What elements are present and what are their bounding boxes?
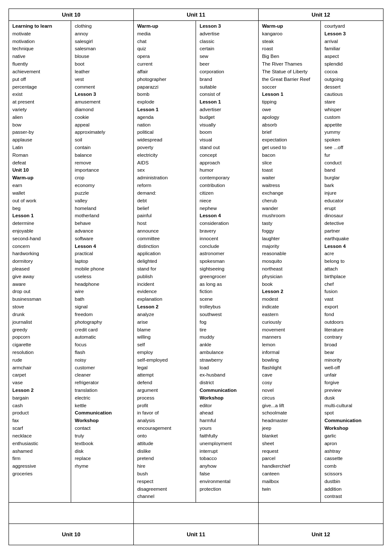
list-item: educator [324, 197, 380, 205]
page: Unit 10 Unit 11 Unit 12 Learning to lear… [9, 9, 383, 545]
list-item: boom [199, 129, 254, 136]
list-item: comment [75, 83, 130, 91]
unit12-footer: Unit 12 [258, 524, 383, 545]
list-item: Workshop [75, 417, 130, 425]
list-item: partner [324, 227, 380, 235]
list-item: necklace [12, 432, 67, 440]
list-item: Lesson 1 [262, 91, 317, 98]
list-item: aware [12, 281, 67, 288]
list-item: alien [12, 114, 67, 121]
list-item: importance [75, 167, 130, 174]
col5: Warm-upkangaroosteakroastBig BenThe Rive… [258, 21, 320, 503]
list-item: truly [75, 432, 130, 440]
list-item: delighted [137, 258, 192, 265]
list-item: diamond [75, 106, 130, 114]
list-item: technique [12, 45, 67, 53]
list-item: beer [199, 60, 254, 68]
list-item: Lesson 3 [199, 23, 254, 30]
list-item: firm [12, 455, 67, 463]
list-item: Learning to learn [12, 23, 67, 30]
list-item: tasty [262, 220, 317, 227]
list-item: lemon [262, 341, 317, 349]
list-item: resolution [12, 349, 67, 357]
list-item: detective [324, 220, 380, 227]
list-item: earn [12, 182, 67, 190]
list-item: behave [75, 220, 130, 227]
list-item: announce [137, 227, 192, 235]
list-item: headmaster [262, 417, 317, 425]
list-item: poverty [137, 144, 192, 152]
list-item: bow [12, 121, 67, 129]
list-item: fur [324, 152, 380, 159]
list-item: approach [199, 159, 254, 167]
list-item: forgive [324, 379, 380, 387]
list-item: conclude [199, 243, 254, 250]
list-item: southwest [199, 311, 254, 319]
list-item: Lesson 4 [199, 212, 254, 220]
list-item: aspect [324, 53, 380, 60]
list-item: appetite [324, 121, 380, 129]
list-item: widespread [137, 136, 192, 144]
list-item: out of work [12, 197, 67, 205]
list-item: ashamed [12, 448, 67, 455]
col4: Lesson 3advertiseclassiccertainsewbeerco… [196, 21, 258, 503]
list-item: handkerchief [262, 463, 317, 470]
list-item: Lesson 1 [199, 98, 254, 106]
list-item: scene [199, 296, 254, 303]
list-item: Lesson 2 [262, 288, 317, 296]
list-item: Communication [75, 409, 130, 417]
list-item: sightseeing [199, 265, 254, 273]
list-item: advertise [199, 30, 254, 38]
col2: clothingannoysalesgirlsalesmanblouseboot… [71, 21, 133, 503]
list-item: stand out [199, 144, 254, 152]
list-item: attempt [137, 371, 192, 379]
list-item: physician [262, 273, 317, 281]
list-item: automatic [75, 334, 130, 341]
list-item: disk [75, 448, 130, 455]
list-item: concept [199, 152, 254, 159]
col4-list: Lesson 3advertiseclassiccertainsewbeerco… [199, 23, 254, 493]
list-item: belief [137, 205, 192, 213]
list-item: photography [75, 319, 130, 326]
list-item: cigarette [12, 341, 67, 349]
list-item: clothing [75, 23, 130, 30]
list-item: quiz [137, 45, 192, 53]
list-item: fusion [324, 288, 380, 296]
list-item: painful [137, 212, 192, 220]
list-item: exist [12, 91, 67, 98]
list-item: outdoors [324, 319, 380, 326]
list-item: hardworking [12, 250, 67, 258]
list-item: debt [137, 197, 192, 205]
list-item: broad [324, 341, 380, 349]
col1-list: Learning to learnmotivatemotivationtechn… [12, 23, 67, 478]
list-item: citizen [199, 190, 254, 197]
list-item: apology [262, 114, 317, 121]
list-item: motivation [12, 38, 67, 46]
list-item: sex [137, 167, 192, 174]
list-item: onto [137, 432, 192, 440]
footer-row: Unit 10 Unit 11 Unit 12 [9, 524, 383, 545]
list-item: useless [75, 273, 130, 281]
list-item: give...a lift [262, 402, 317, 410]
list-item: Lesson 3 [75, 91, 130, 98]
list-item: dustbin [324, 478, 380, 486]
list-item: indicate [262, 303, 317, 311]
list-item: fluently [12, 60, 67, 68]
list-item: hire [137, 463, 192, 470]
list-item: wire [75, 288, 130, 296]
list-item: self [137, 341, 192, 349]
list-item: vast [324, 296, 380, 303]
list-item: Lesson 1 [12, 212, 67, 220]
list-item: host [137, 220, 192, 227]
list-item: scarf [12, 425, 67, 432]
list-item: employ [137, 349, 192, 357]
list-item: electric [75, 394, 130, 402]
list-item: textbook [75, 440, 130, 448]
list-item: spoken [324, 136, 380, 144]
list-item: freedom [75, 311, 130, 319]
list-item: Workshop [199, 394, 254, 402]
list-item: muddy [199, 334, 254, 341]
list-item: interrupt [199, 448, 254, 455]
list-item: band [324, 167, 380, 174]
list-item: journalist [12, 319, 67, 326]
